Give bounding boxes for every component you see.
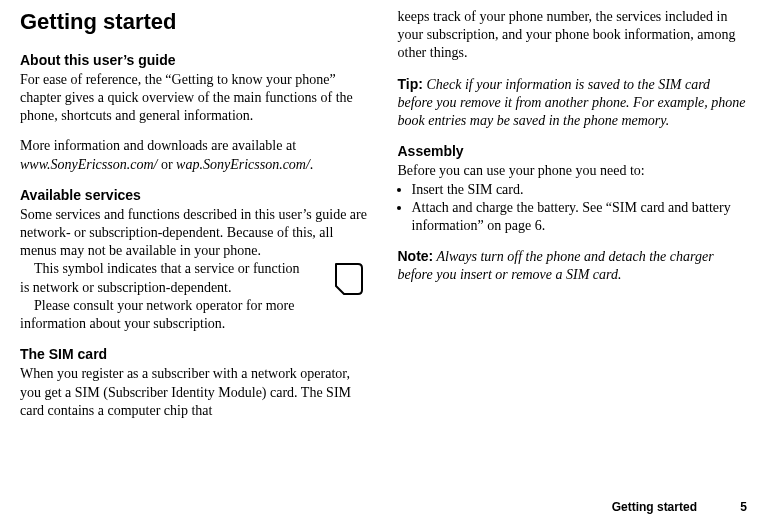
text: This symbol indicates that a service or … (20, 261, 300, 294)
page-number: 5 (740, 500, 747, 514)
para-sim-1: When you register as a subscriber with a… (20, 365, 370, 420)
para-about-2: More information and downloads are avail… (20, 137, 370, 173)
para-sim-2: keeps track of your phone number, the se… (398, 8, 748, 63)
tip-label: Tip: (398, 76, 423, 92)
heading-about: About this user’s guide (20, 51, 370, 69)
sim-card-icon (314, 260, 370, 307)
text: or (157, 157, 176, 172)
heading-available-services: Available services (20, 186, 370, 204)
para-tip: Tip: Check if your information is saved … (398, 75, 748, 131)
para-note: Note: Always turn off the phone and deta… (398, 247, 748, 284)
text: . (310, 157, 314, 172)
para-about-1: For ease of reference, the “Getting to k… (20, 71, 370, 126)
list-item: Insert the SIM card. (412, 181, 748, 199)
left-column: Getting started About this user’s guide … (20, 8, 370, 420)
note-label: Note: (398, 248, 434, 264)
assembly-list: Insert the SIM card. Attach and charge t… (398, 181, 748, 236)
para-services-2: This symbol indicates that a service or … (20, 260, 370, 296)
text: More information and downloads are avail… (20, 138, 296, 153)
note-text: Always turn off the phone and detach the… (398, 249, 714, 282)
heading-assembly: Assembly (398, 142, 748, 160)
right-column: keeps track of your phone number, the se… (398, 8, 748, 420)
footer-section: Getting started (612, 500, 697, 514)
footer: Getting started 5 (612, 500, 747, 516)
url-text: wap.SonyEricsson.com/ (176, 157, 310, 172)
tip-text: Check if your information is saved to th… (398, 77, 746, 128)
page-title: Getting started (20, 8, 370, 37)
url-text: www.SonyEricsson.com/ (20, 157, 157, 172)
para-services-1: Some services and functions described in… (20, 206, 370, 261)
para-assembly-intro: Before you can use your phone you need t… (398, 162, 748, 180)
heading-sim-card: The SIM card (20, 345, 370, 363)
list-item: Attach and charge the battery. See “SIM … (412, 199, 748, 235)
